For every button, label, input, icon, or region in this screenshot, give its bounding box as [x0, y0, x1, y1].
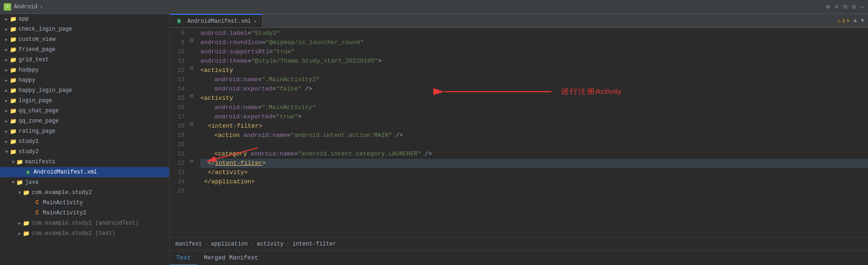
java-file-icon2: C [33, 209, 41, 217]
sidebar-item-login_page[interactable]: ▶ 📁 login_page [0, 96, 169, 106]
sidebar-item-java[interactable]: ▶ 📁 java [0, 177, 169, 187]
sidebar-item-rating_page[interactable]: ▶ 📁 rating_page [0, 126, 169, 136]
breadcrumb-application[interactable]: application [211, 241, 248, 247]
sidebar-item-happy[interactable]: ▶ 📁 happy [0, 75, 169, 85]
code-line-20 [200, 140, 868, 149]
folder-icon-app: 📁 [9, 15, 17, 23]
sidebar-label-t: com.example.study2 (test) [32, 230, 115, 237]
gutter-fold-15[interactable]: ⊟ [188, 93, 195, 99]
expand-arrow: ▶ [4, 139, 9, 144]
breadcrumb-sep-3: › [286, 241, 290, 247]
folder-icon: 📁 [9, 26, 17, 33]
main-content: ▶ 📁 app ▶ 📁 check_login_page ▶ 📁 custom_… [0, 14, 868, 265]
gutter-fold-22[interactable]: ⊟ [188, 158, 195, 164]
expand-arrow: ▶ [4, 27, 9, 32]
code-line-16: android:name=".MainActivity" [200, 103, 868, 112]
sidebar-item-mainactivity[interactable]: C MainActivity [0, 198, 169, 208]
sidebar-item-com-example[interactable]: ▶ 📁 com.example.study2 [0, 187, 169, 198]
sidebar-label-manifests: manifests [25, 159, 55, 165]
sidebar-label-mainactivity: MainActivity [43, 200, 83, 206]
sidebar-item-androidmanifest[interactable]: M AndroidManifest.xml [0, 167, 169, 177]
folder-icon: 📁 [9, 87, 17, 94]
list-icon[interactable]: ≡ [835, 3, 838, 11]
expand-arrow: ▶ [4, 68, 9, 73]
sidebar-label: hadppy [19, 67, 39, 73]
warning-count: 1 [842, 18, 845, 24]
breadcrumb-sep-1: › [205, 241, 208, 247]
expand-arrow: ▶ [4, 109, 9, 114]
code-line-18: <intent-filter> [200, 122, 868, 131]
sidebar-item-happy_login_page[interactable]: ▶ 📁 happy_login_page [0, 85, 169, 96]
sidebar-label-mainactivity2: MainActivity2 [43, 210, 86, 216]
sidebar-item-friend_page[interactable]: ▶ 📁 friend_page [0, 45, 169, 55]
sidebar-item-manifests[interactable]: ▶ 📁 manifests [0, 157, 169, 167]
sidebar-label: rating_page [19, 128, 55, 135]
sidebar-item-qq_zone_page[interactable]: ▶ 📁 qq_zone_page [0, 116, 169, 126]
line-numbers: 8 9 10 11 12 13 14 15 16 17 18 19 20 21 … [170, 28, 188, 237]
sidebar-label-java: java [25, 179, 39, 186]
code-line-9: android:roundIcon="@mipmap/ic_launcher_r… [200, 38, 868, 47]
code-line-12: <activity [200, 66, 868, 75]
folder-icon: 📁 [9, 36, 17, 43]
sidebar-item-mainactivity2[interactable]: C MainActivity2 [0, 208, 169, 218]
sidebar-item-custom_view[interactable]: ▶ 📁 custom_view [0, 34, 169, 45]
sidebar-label: grid_test [19, 57, 49, 63]
list-alt-icon[interactable]: ⊟ [843, 3, 847, 11]
expand-arrow-study2: ▶ [4, 149, 9, 155]
folder-icon-java: 📁 [16, 179, 23, 186]
tab-file-icon: M [175, 18, 183, 25]
sidebar-label: custom_view [19, 36, 55, 43]
project-dropdown-arrow[interactable]: ▾ [40, 4, 43, 10]
expand-arrow: ▶ [4, 37, 9, 42]
code-line-8: android:label="Study2" [200, 29, 868, 38]
sidebar-item-android-test[interactable]: ▶ 📁 com.example.study2 (androidTest) [0, 218, 169, 228]
tab-merged-manifest[interactable]: Merged Manifest [197, 251, 265, 265]
breadcrumb-activity[interactable]: activity [257, 241, 284, 247]
gutter-fold-12[interactable]: ⊟ [188, 65, 195, 71]
code-line-23: </activity> [200, 168, 868, 177]
folder-icon: 📁 [9, 138, 17, 145]
sidebar-item-qq_chat_page[interactable]: ▶ 📁 qq_chat_page [0, 106, 169, 116]
breadcrumb-manifest[interactable]: manifest [175, 241, 202, 247]
settings-icon[interactable]: ⚙ [852, 3, 855, 11]
folder-icon: 📁 [9, 117, 17, 125]
sidebar-item-hadppy[interactable]: ▶ 📁 hadppy [0, 65, 169, 75]
folder-icon: 📁 [9, 107, 17, 115]
tab-text[interactable]: Text [170, 251, 197, 265]
sidebar-item-test[interactable]: ▶ 📁 com.example.study2 (test) [0, 228, 169, 239]
gutter-fold-18[interactable]: ⊟ [188, 121, 195, 127]
sidebar-label: happy [19, 77, 35, 84]
expand-arrow-java: ▶ [11, 180, 16, 185]
chevron-up-icon[interactable]: ▲ [853, 17, 857, 24]
minimize-icon[interactable]: — [861, 3, 864, 11]
globe-icon[interactable]: ⊕ [826, 3, 830, 11]
tab-close-button[interactable]: ✕ [254, 19, 257, 24]
tab-right-actions: ⚠ 1 ▾ ▲ ▼ [834, 14, 868, 27]
tab-bar: M AndroidManifest.xml ✕ ⚠ 1 ▾ ▲ ▼ [170, 14, 868, 28]
breadcrumb-intent-filter[interactable]: intent-filter [292, 241, 336, 247]
warning-chevron[interactable]: ▾ [847, 18, 850, 24]
android-icon: A [4, 3, 11, 11]
project-title-area: A Android ▾ [4, 3, 43, 11]
sidebar-item-app[interactable]: ▶ 📁 app [0, 14, 169, 24]
sidebar-item-check_login_page[interactable]: ▶ 📁 check_login_page [0, 24, 169, 34]
sidebar-label: check_login_page [19, 26, 72, 32]
manifest-file-icon: M [24, 168, 32, 176]
expand-arrow-manifests: ▶ [11, 159, 16, 165]
bottom-area: manifest › application › activity › inte… [170, 237, 868, 265]
folder-icon: 📁 [9, 97, 17, 104]
code-editor: 8 9 10 11 12 13 14 15 16 17 18 19 20 21 … [170, 28, 868, 237]
sidebar-item-study1[interactable]: ▶ 📁 study1 [0, 136, 169, 147]
folder-icon-study2: 📁 [9, 148, 17, 155]
sidebar-item-study2[interactable]: ▶ 📁 study2 [0, 147, 169, 157]
folder-icon: 📁 [9, 128, 17, 135]
code-content[interactable]: android:label="Study2" android:roundIcon… [198, 28, 868, 237]
chevron-down-icon[interactable]: ▼ [861, 17, 864, 24]
sidebar-label: happy_login_page [19, 87, 72, 94]
java-file-icon: C [33, 199, 41, 207]
sidebar-label-manifest: AndroidManifest.xml [33, 169, 97, 175]
editor-tab-androidmanifest[interactable]: M AndroidManifest.xml ✕ [170, 14, 263, 27]
expand-arrow: ▶ [4, 129, 9, 134]
tab-label: AndroidManifest.xml [187, 18, 251, 25]
sidebar-item-grid_test[interactable]: ▶ 📁 grid_test [0, 55, 169, 65]
